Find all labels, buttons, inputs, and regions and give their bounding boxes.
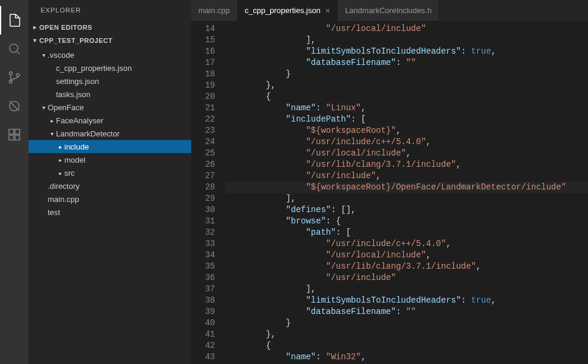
tree-item[interactable]: ▾OpenFace — [29, 101, 191, 114]
code-line: "name": "Win32", — [226, 351, 588, 363]
code-line: { — [226, 340, 588, 351]
editor-tab[interactable]: LandmarkCoreIncludes.h — [338, 0, 439, 21]
line-gutter: 1415161718192021222324252627282930313233… — [191, 21, 226, 364]
editor-tab[interactable]: main.cpp — [191, 0, 238, 21]
line-number: 34 — [191, 250, 215, 261]
tree-item-label: LandmarkDetector — [56, 129, 120, 138]
line-number: 15 — [191, 35, 215, 46]
code-line: "/usr/local/include", — [226, 148, 588, 159]
code-line: "/usr/lib/clang/3.7.1/include", — [226, 261, 588, 272]
line-number: 43 — [191, 351, 215, 363]
tree-item-label: main.cpp — [48, 195, 79, 204]
tab-bar: main.cppc_cpp_properties.json×LandmarkCo… — [191, 0, 588, 21]
tree-item[interactable]: ▸model — [29, 153, 191, 166]
chevron-down-icon: ▾ — [48, 130, 56, 137]
tree-item[interactable]: test — [29, 206, 191, 219]
section-label: OPEN EDITORS — [39, 21, 92, 34]
line-number: 40 — [191, 318, 215, 329]
tree-item-label: tasks.json — [56, 90, 91, 99]
line-number: 17 — [191, 57, 215, 69]
tree-item[interactable]: tasks.json — [29, 88, 191, 101]
tab-label: c_cpp_properties.json — [245, 6, 321, 15]
sidebar: EXPLORER ▸ OPEN EDITORS ▾ CPP_TEST_PROJE… — [29, 0, 191, 364]
tree-item[interactable]: ▾.vscode — [29, 48, 191, 61]
tree-item[interactable]: main.cpp — [29, 192, 191, 206]
line-number: 32 — [191, 227, 215, 238]
line-number: 35 — [191, 261, 215, 272]
line-number: 27 — [191, 170, 215, 182]
source-control-icon[interactable] — [0, 63, 29, 92]
section-open-editors[interactable]: ▸ OPEN EDITORS — [29, 21, 191, 34]
tree-item[interactable]: settings.json — [29, 74, 191, 88]
svg-point-3 — [17, 74, 20, 77]
chevron-down-icon: ▾ — [31, 34, 39, 47]
code-line: "${workspaceRoot}", — [226, 125, 588, 136]
tree-item-label: FaceAnalyser — [56, 116, 103, 125]
tree-item-label: OpenFace — [48, 103, 84, 112]
line-number: 24 — [191, 136, 215, 148]
code-line: "databaseFilename": "" — [226, 57, 588, 69]
line-number: 38 — [191, 295, 215, 306]
tree-item[interactable]: c_cpp_properties.json — [29, 61, 191, 74]
code-line: } — [226, 318, 588, 329]
code-line: "/usr/include", — [226, 170, 588, 182]
line-number: 20 — [191, 91, 215, 102]
line-number: 33 — [191, 238, 215, 250]
tree-item-label: include — [64, 142, 89, 151]
editor-group: main.cppc_cpp_properties.json×LandmarkCo… — [191, 0, 588, 364]
line-number: 14 — [191, 23, 215, 35]
section-label: CPP_TEST_PROJECT — [39, 34, 113, 47]
tree-item-label: .directory — [48, 182, 79, 191]
code-line: "/usr/lib/clang/3.7.1/include", — [226, 159, 588, 170]
chevron-right-icon: ▸ — [48, 117, 56, 124]
line-number: 22 — [191, 114, 215, 125]
code-line: ], — [226, 193, 588, 204]
tree-item-label: .vscode — [48, 51, 74, 60]
svg-rect-5 — [9, 129, 14, 134]
tree-item[interactable]: .directory — [29, 179, 191, 192]
section-project[interactable]: ▾ CPP_TEST_PROJECT — [29, 34, 191, 47]
line-number: 42 — [191, 340, 215, 351]
line-number: 21 — [191, 102, 215, 114]
tree-item-label: c_cpp_properties.json — [56, 64, 132, 73]
extensions-icon[interactable] — [0, 120, 29, 149]
code-line: "/usr/local/include" — [226, 23, 588, 35]
code-line: } — [226, 69, 588, 80]
code-line: "path": [ — [226, 227, 588, 238]
code-line: "includePath": [ — [226, 114, 588, 125]
line-number: 19 — [191, 80, 215, 91]
line-number: 23 — [191, 125, 215, 136]
tree-item[interactable]: ▸FaceAnalyser — [29, 114, 191, 127]
search-icon[interactable] — [0, 35, 29, 63]
code-line: "/usr/local/include", — [226, 250, 588, 261]
code-line: "defines": [], — [226, 204, 588, 216]
code-line: ], — [226, 35, 588, 46]
tree-item[interactable]: ▾LandmarkDetector — [29, 127, 191, 140]
file-tree: ▾.vscodec_cpp_properties.jsonsettings.js… — [29, 47, 191, 364]
code-line: "/usr/include/c++/5.4.0", — [226, 136, 588, 148]
code-line: ], — [226, 284, 588, 295]
tree-item[interactable]: ▸include — [29, 140, 191, 153]
code-line: "/usr/include" — [226, 272, 588, 284]
code-line: "databaseFilename": "" — [226, 306, 588, 318]
explorer-icon[interactable] — [0, 6, 29, 35]
line-number: 25 — [191, 148, 215, 159]
code-line: "${workspaceRoot}/OpenFace/LandmarkDetec… — [226, 182, 588, 193]
code-area: 1415161718192021222324252627282930313233… — [191, 21, 588, 364]
editor-tab[interactable]: c_cpp_properties.json× — [238, 0, 338, 21]
tree-item-label: settings.json — [56, 77, 99, 86]
line-number: 29 — [191, 193, 215, 204]
tree-item-label: test — [48, 208, 60, 217]
line-number: 31 — [191, 216, 215, 227]
code-content[interactable]: "/usr/local/include" ], "limitSymbolsToI… — [226, 21, 588, 364]
close-icon[interactable]: × — [325, 6, 330, 15]
tree-item-label: model — [64, 155, 85, 164]
line-number: 39 — [191, 306, 215, 318]
debug-icon[interactable] — [0, 92, 29, 120]
tree-item-label: src — [64, 169, 74, 178]
svg-rect-6 — [15, 129, 20, 134]
activity-bar — [0, 0, 29, 364]
tab-label: LandmarkCoreIncludes.h — [345, 6, 431, 15]
tree-item[interactable]: ▸src — [29, 166, 191, 179]
code-line: }, — [226, 329, 588, 340]
